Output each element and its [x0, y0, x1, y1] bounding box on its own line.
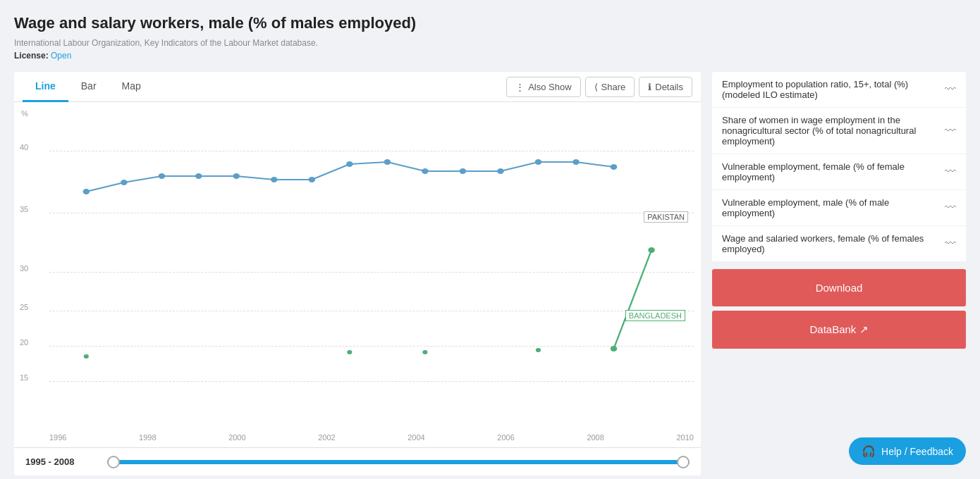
pk-dot-4 — [195, 173, 202, 179]
related-list: Employment to population ratio, 15+, tot… — [712, 72, 966, 262]
grid-label-30: 30 — [20, 264, 28, 273]
share-button[interactable]: ⟨ Share — [585, 77, 635, 97]
tab-map[interactable]: Map — [109, 72, 154, 102]
related-item-1[interactable]: Share of women in wage employment in the… — [712, 108, 966, 154]
pk-dot-9 — [384, 159, 391, 165]
related-item-text-4: Wage and salaried workers, female (% of … — [722, 233, 939, 254]
grid-label-15: 15 — [20, 373, 28, 382]
bd-spike-line — [614, 250, 652, 349]
source-text: International Labour Organization, Key I… — [14, 38, 966, 48]
grid-label-20: 20 — [20, 338, 28, 347]
slider-track[interactable] — [107, 460, 690, 464]
pk-dot-11 — [460, 168, 467, 174]
related-item-text-0: Employment to population ratio, 15+, tot… — [722, 79, 939, 100]
x-label-1996: 1996 — [49, 433, 66, 442]
pk-dot-6 — [271, 177, 278, 182]
slider-handle-left[interactable] — [107, 456, 120, 468]
chart-tabs: Line Bar Map ⋮ Also Show ⟨ Share ℹ Detai… — [14, 72, 701, 102]
related-item-4[interactable]: Wage and salaried workers, female (% of … — [712, 226, 966, 262]
bd-spike-bottom — [611, 346, 618, 352]
databank-button[interactable]: DataBank ↗ — [712, 311, 966, 349]
grid-label-35: 35 — [20, 205, 28, 213]
related-item-icon-3: 〰 — [945, 201, 956, 214]
related-item-text-1: Share of women in wage employment in the… — [722, 115, 939, 147]
share-label: Share — [601, 82, 626, 92]
grid-label-40: 40 — [20, 143, 28, 151]
license-text: License: Open — [14, 51, 966, 61]
pk-dot-10 — [422, 168, 429, 174]
also-show-icon: ⋮ — [515, 82, 525, 92]
pk-dot-12 — [497, 168, 504, 174]
license-label: License: — [14, 51, 49, 61]
related-item-icon-1: 〰 — [945, 125, 956, 137]
info-icon: ℹ — [648, 82, 651, 92]
pk-dot-2 — [121, 180, 128, 185]
related-item-icon-0: 〰 — [945, 83, 956, 96]
x-label-2008: 2008 — [587, 433, 604, 442]
license-link[interactable]: Open — [51, 51, 71, 61]
tab-bar[interactable]: Bar — [68, 72, 109, 102]
related-item-3[interactable]: Vulnerable employment, male (% of male e… — [712, 190, 966, 226]
time-range-bar: 1995 - 2008 — [14, 447, 701, 475]
x-label-2010: 2010 — [676, 433, 693, 442]
grid-label-25: 25 — [20, 303, 28, 311]
download-button[interactable]: Download — [712, 269, 966, 306]
chart-svg — [49, 109, 687, 384]
pk-dot-5 — [233, 173, 240, 179]
also-show-label: Also Show — [528, 82, 571, 92]
sidebar: Employment to population ratio, 15+, tot… — [712, 72, 966, 475]
related-item-icon-2: 〰 — [945, 166, 956, 178]
chart-area: % 40 35 30 25 20 — [14, 102, 701, 447]
pk-dot-15 — [611, 164, 618, 170]
x-label-2000: 2000 — [228, 433, 245, 442]
slider-handle-right[interactable] — [677, 456, 690, 468]
x-label-2002: 2002 — [318, 433, 335, 442]
pakistan-label: PAKISTAN — [644, 211, 688, 223]
related-item-icon-4: 〰 — [945, 237, 956, 250]
help-feedback-label: Help / Feedback — [881, 446, 953, 457]
bd-dot-1 — [84, 354, 89, 359]
x-label-2004: 2004 — [408, 433, 424, 442]
x-label-2006: 2006 — [497, 433, 514, 442]
related-item-0[interactable]: Employment to population ratio, 15+, tot… — [712, 72, 966, 108]
related-item-2[interactable]: Vulnerable employment, female (% of fema… — [712, 154, 966, 190]
tab-line[interactable]: Line — [23, 72, 68, 102]
bd-spike-top — [648, 247, 655, 253]
headphone-icon: 🎧 — [862, 444, 876, 458]
x-axis: 1996 1998 2000 2002 2004 2006 2008 2010 — [49, 433, 694, 442]
tab-actions: ⋮ Also Show ⟨ Share ℹ Details — [506, 77, 692, 97]
page-title: Wage and salary workers, male (% of male… — [14, 14, 966, 32]
pk-dot-14 — [572, 159, 580, 165]
bangladesh-label: BANGLADESH — [625, 310, 685, 321]
related-item-text-2: Vulnerable employment, female (% of fema… — [722, 161, 939, 182]
help-feedback-button[interactable]: 🎧 Help / Feedback — [849, 437, 966, 465]
bd-dot-4 — [536, 348, 541, 352]
details-button[interactable]: ℹ Details — [639, 77, 692, 97]
time-range-label: 1995 - 2008 — [25, 456, 96, 467]
chart-section: Line Bar Map ⋮ Also Show ⟨ Share ℹ Detai… — [14, 72, 701, 475]
y-axis-label: % — [21, 109, 28, 118]
also-show-button[interactable]: ⋮ Also Show — [506, 77, 580, 97]
share-icon: ⟨ — [594, 82, 598, 92]
pk-dot-8 — [346, 161, 353, 167]
related-item-text-3: Vulnerable employment, male (% of male e… — [722, 197, 939, 218]
pk-dot-3 — [159, 173, 166, 179]
pk-dot-13 — [535, 159, 542, 165]
pk-dot-7 — [309, 177, 316, 182]
x-label-1998: 1998 — [139, 433, 156, 442]
bd-dot-3 — [422, 350, 427, 354]
pk-dot-1 — [83, 189, 90, 194]
details-label: Details — [655, 82, 683, 92]
bd-dot-2 — [347, 350, 352, 354]
